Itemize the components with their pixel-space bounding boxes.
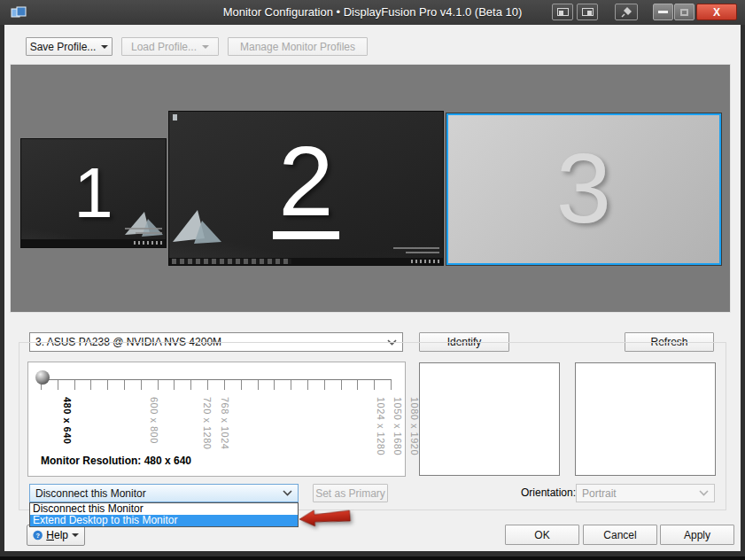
tray-icons — [134, 241, 164, 245]
annotation-arrow-icon — [297, 506, 353, 529]
set-as-primary-label: Set as Primary — [315, 487, 385, 500]
apply-label: Apply — [684, 529, 710, 541]
chevron-down-icon — [202, 45, 209, 49]
monitor-configuration-window: Monitor Configuration • DisplayFusion Pr… — [0, 0, 745, 560]
taskbar-icons — [172, 259, 291, 264]
ok-button[interactable]: OK — [505, 525, 579, 545]
watermark-line — [406, 252, 439, 253]
chevron-down-icon — [101, 45, 108, 49]
orientation-label: Orientation: — [521, 486, 576, 499]
empty-listbox-left[interactable] — [419, 362, 560, 476]
close-icon: X — [713, 7, 720, 18]
title-bar[interactable]: Monitor Configuration • DisplayFusion Pr… — [0, 0, 745, 25]
resolution-tick-label: 1050 x 1680 — [392, 397, 403, 455]
manage-profiles-label: Manage Monitor Profiles — [240, 41, 355, 53]
monitor-1-preview[interactable]: 1 — [20, 138, 167, 248]
monitor-1-number: 1 — [74, 161, 113, 225]
resolution-tick-label: 600 x 800 — [149, 397, 159, 444]
cancel-label: Cancel — [603, 529, 636, 541]
pushpin-icon — [621, 6, 632, 18]
monitor-2-number-primary: 2 — [273, 137, 338, 240]
save-profile-button[interactable]: Save Profile... — [26, 37, 113, 56]
mode-option-disconnect[interactable]: Disconnect this Monitor — [30, 503, 298, 515]
move-window-left-monitor-button[interactable] — [552, 4, 573, 20]
tray-icons — [411, 260, 441, 263]
mode-option-extend-highlighted[interactable]: Extend Desktop to this Monitor — [30, 515, 298, 526]
resolution-tick-label: 768 x 1024 — [220, 397, 230, 449]
resolution-tick-label: 720 x 1280 — [202, 397, 213, 449]
wallpaper-boat-icon — [173, 208, 222, 245]
monitor-resolution-caption: Monitor Resolution: 480 x 640 — [41, 455, 191, 467]
chevron-down-icon — [72, 533, 79, 537]
minimize-icon — [658, 11, 668, 13]
watermark-line — [136, 232, 162, 234]
resolution-tick-label: 1024 x 1280 — [376, 397, 386, 455]
watermark-line — [393, 247, 439, 249]
load-profile-button[interactable]: Load Profile... — [121, 37, 219, 56]
wallpaper-boat-icon — [125, 210, 164, 238]
apply-button[interactable]: Apply — [660, 525, 734, 545]
empty-listbox-right[interactable] — [575, 362, 716, 476]
slider-track[interactable] — [41, 379, 392, 390]
monitor-1-taskbar — [21, 239, 166, 247]
slider-handle[interactable] — [35, 370, 50, 385]
orientation-value: Portrait — [582, 487, 617, 500]
chevron-down-icon — [699, 490, 709, 496]
manage-monitor-profiles-button[interactable]: Manage Monitor Profiles — [228, 37, 368, 56]
pin-window-button[interactable] — [615, 4, 638, 20]
load-profile-label: Load Profile... — [131, 41, 197, 53]
monitor-right-icon — [582, 8, 594, 16]
resolution-slider-panel: 480 x 640 600 x 800 720 x 1280 768 x 102… — [27, 362, 406, 477]
help-icon: ? — [33, 529, 43, 541]
monitor-left-icon — [557, 8, 569, 16]
minimize-button[interactable] — [653, 4, 673, 20]
orientation-combobox[interactable]: Portrait — [576, 484, 715, 502]
monitor-mode-dropdown-list: Disconnect this Monitor Extend Desktop t… — [29, 502, 299, 527]
help-button[interactable]: ? Help — [27, 525, 85, 546]
watermark-line — [125, 228, 162, 229]
set-as-primary-button[interactable]: Set as Primary — [313, 484, 388, 502]
svg-text:?: ? — [35, 532, 40, 540]
monitor-3-preview-selected[interactable]: 3 — [446, 113, 721, 265]
help-label: Help — [46, 529, 68, 541]
maximize-button[interactable] — [674, 4, 695, 20]
save-profile-label: Save Profile... — [30, 41, 97, 53]
chevron-down-icon — [283, 490, 292, 496]
recycle-bin-icon — [173, 114, 177, 121]
maximize-icon — [680, 9, 688, 16]
monitor-2-taskbar — [169, 258, 443, 265]
monitor-3-number: 3 — [556, 144, 611, 234]
cancel-button[interactable]: Cancel — [583, 525, 657, 545]
monitor-mode-value: Disconnect this Monitor — [35, 487, 146, 500]
ok-label: OK — [534, 529, 549, 541]
move-window-right-monitor-button[interactable] — [577, 4, 598, 20]
monitor-2-preview[interactable]: 2 — [168, 111, 444, 266]
close-button[interactable]: X — [696, 4, 737, 20]
monitor-mode-combobox[interactable]: Disconnect this Monitor — [29, 484, 299, 502]
resolution-tick-label: 480 x 640 — [62, 397, 73, 444]
